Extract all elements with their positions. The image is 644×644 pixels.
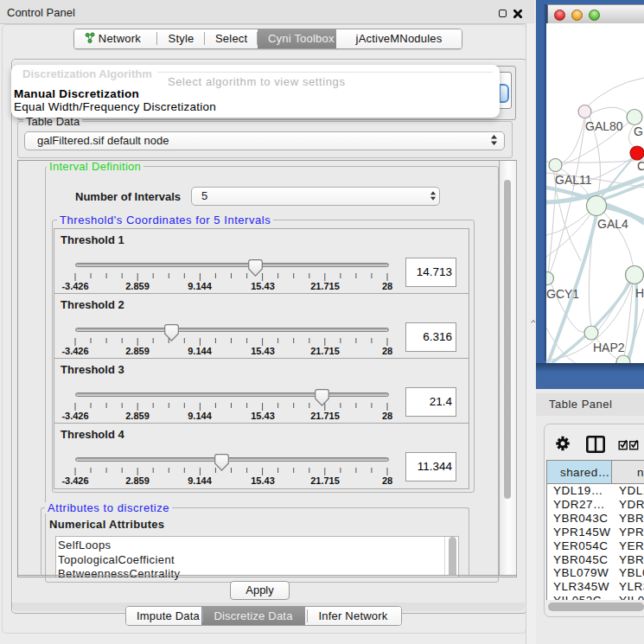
svg-text:H: H — [635, 286, 644, 300]
svg-text:GAL4: GAL4 — [597, 217, 628, 231]
svg-text:GAL80: GAL80 — [585, 119, 623, 133]
svg-text:C: C — [637, 159, 644, 173]
svg-text:G.: G. — [634, 124, 644, 138]
svg-text:GAL11: GAL11 — [555, 173, 592, 187]
svg-text:GCY1: GCY1 — [546, 287, 579, 301]
svg-text:HAP2: HAP2 — [593, 341, 625, 354]
